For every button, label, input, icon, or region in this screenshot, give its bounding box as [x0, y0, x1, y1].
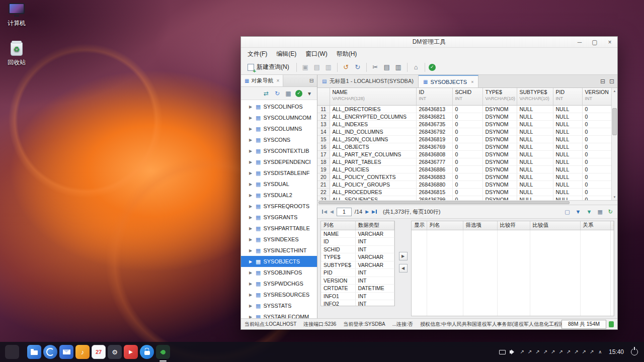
grid-cell[interactable]: NULL	[553, 128, 582, 135]
grid-cell[interactable]: 0	[452, 128, 482, 135]
column-header[interactable]: PIDINT	[553, 88, 582, 105]
grid-cell[interactable]: NULL	[517, 128, 553, 135]
cut-icon[interactable]: ✂	[370, 62, 380, 72]
columns-panel-row[interactable]: SCHIDINT	[321, 245, 394, 253]
grid-cell[interactable]: 268436821	[416, 113, 452, 120]
grid-cell[interactable]: NULL	[517, 105, 553, 113]
save-all-icon[interactable]: ▤	[312, 62, 322, 72]
tree-item[interactable]: ▶▦SYSPWDCHGS	[241, 278, 317, 289]
grid-cell[interactable]: NULL	[517, 188, 553, 196]
toggle-grid-icon[interactable]: ▢	[565, 209, 570, 215]
expand-icon[interactable]: ▶	[249, 259, 253, 264]
scroll-up-icon[interactable]: ▲	[612, 88, 617, 94]
expand-icon[interactable]: ▶	[249, 171, 253, 175]
grid-cell[interactable]: NULL	[553, 105, 582, 113]
prev-page-button[interactable]: ◀	[330, 210, 334, 214]
grid-cell[interactable]: 0	[582, 143, 612, 150]
menu-item[interactable]: 编辑(E)	[272, 50, 301, 58]
grid-cell[interactable]: 268436777	[416, 158, 452, 165]
grid-cell[interactable]: 0	[452, 113, 482, 120]
volume-icon[interactable]	[509, 349, 516, 355]
tree-item[interactable]: ▶▦SYSDEPENDENCI	[241, 156, 317, 167]
nav-view-grid-icon[interactable]: ▦	[284, 89, 292, 98]
grid-cell[interactable]: NULL	[517, 113, 553, 120]
menu-item[interactable]: 窗口(W)	[301, 50, 332, 58]
desktop-icon-computer[interactable]: 计算机	[1, 3, 33, 28]
page-number-input[interactable]	[337, 208, 352, 216]
grid-cell[interactable]: NULL	[553, 173, 582, 180]
panel-maximize-icon[interactable]: ⊡	[609, 78, 614, 85]
grid-cell[interactable]: NULL	[517, 180, 553, 188]
expand-icon[interactable]: ▶	[249, 182, 253, 187]
expand-icon[interactable]: ▶	[249, 270, 253, 275]
grid-cell[interactable]: NULL	[553, 113, 582, 120]
grid-cell[interactable]: NULL	[553, 143, 582, 150]
scrollbar-thumb[interactable]	[318, 201, 570, 204]
tree-item[interactable]: ▶▦SYSOBJECTS	[241, 256, 317, 267]
desktop-icon-recycle-bin[interactable]: ♻ 回收站	[1, 42, 33, 67]
new-query-button[interactable]: 新建查询(N)	[244, 61, 293, 73]
grid-cell[interactable]: DSYNOM	[482, 196, 517, 201]
grid-cell[interactable]: 268436769	[416, 143, 452, 150]
panel-minimize-icon[interactable]: ⊟	[306, 75, 317, 86]
tree-item[interactable]: ▶▦SYSTABLECOMM	[241, 311, 317, 318]
expand-icon[interactable]: ▶	[249, 293, 253, 297]
menu-item[interactable]: 帮助(H)	[332, 50, 362, 58]
grid-cell[interactable]: 268436815	[416, 188, 452, 196]
grid-cell[interactable]: NULL	[553, 180, 582, 188]
grid-cell[interactable]: 0	[582, 105, 612, 113]
taskbar-app-control-center[interactable]: ⚙	[108, 345, 122, 359]
expand-icon[interactable]: ▶	[249, 160, 253, 164]
tree-item[interactable]: ▶▦SYSDISTABLEINF	[241, 167, 317, 178]
grid-cell[interactable]: NULL	[553, 135, 582, 143]
grid-cell[interactable]: NULL	[517, 165, 553, 173]
grid-cell[interactable]: 0	[452, 173, 482, 180]
column-header[interactable]: NAMEVARCHAR(128)	[330, 88, 416, 105]
expand-icon[interactable]: ▶	[249, 226, 253, 231]
grid-cell[interactable]: 268436886	[416, 165, 452, 173]
export-icon[interactable]: ▦	[597, 209, 602, 215]
grid-cell[interactable]: ALL_SEQUENCES	[330, 196, 416, 201]
grid-cell[interactable]: NULL	[517, 150, 553, 158]
columns-panel-row[interactable]: CRTDATEDATETIME	[321, 285, 394, 293]
grid-cell[interactable]: ALL_POLICIES	[330, 165, 416, 173]
row-number[interactable]: 17	[317, 150, 330, 158]
taskbar-app-mail[interactable]	[59, 345, 73, 359]
scroll-down-icon[interactable]: ▼	[612, 194, 617, 200]
power-button[interactable]	[631, 348, 638, 355]
taskbar-app-launcher[interactable]	[5, 345, 19, 359]
grid-cell[interactable]: 0	[582, 158, 612, 165]
tree-item[interactable]: ▶▦SYSDUAL	[241, 178, 317, 190]
grid-cell[interactable]: ALL_PART_KEY_COLUMNS	[330, 150, 416, 158]
grid-cell[interactable]: NULL	[517, 120, 553, 128]
expand-icon[interactable]: ▶	[249, 138, 253, 142]
grid-cell[interactable]: NULL	[553, 165, 582, 173]
grid-cell[interactable]: NULL	[553, 196, 582, 201]
expand-icon[interactable]: ▶	[249, 204, 253, 209]
close-button[interactable]: ×	[602, 37, 617, 47]
first-page-button[interactable]: ◀	[322, 210, 327, 214]
taskbar-app-browser[interactable]	[43, 345, 57, 359]
grid-cell[interactable]: ALL_PART_TABLES	[330, 158, 416, 165]
grid-cell[interactable]: 268436883	[416, 173, 452, 180]
nav-sync-icon[interactable]: ⇄	[262, 89, 270, 98]
grid-cell[interactable]: ALL_IND_COLUMNS	[330, 128, 416, 135]
print-icon[interactable]: ▥	[324, 62, 334, 72]
grid-cell[interactable]: 0	[452, 180, 482, 188]
editor-tab[interactable]: ▤无标题1 - LOCALHOST(SYSDBA)	[317, 75, 419, 87]
grid-cell[interactable]: 0	[452, 143, 482, 150]
undo-icon[interactable]: ↺	[341, 62, 351, 72]
grid-cell[interactable]: DSYNOM	[482, 113, 517, 120]
grid-cell[interactable]: DSYNOM	[482, 143, 517, 150]
grid-cell[interactable]: 0	[582, 120, 612, 128]
row-number[interactable]: 12	[317, 113, 330, 120]
tree-item[interactable]: ▶▦SYSOBJINFOS	[241, 267, 317, 278]
row-number[interactable]: 23	[317, 196, 330, 201]
columns-panel-row[interactable]: INFO1INT	[321, 292, 394, 300]
grid-cell[interactable]: 268436808	[416, 150, 452, 158]
clock[interactable]: 15:40	[609, 348, 624, 355]
row-number[interactable]: 18	[317, 158, 330, 165]
tray-expand-icon[interactable]: ∧	[598, 350, 602, 354]
columns-panel-row[interactable]: INFO2INT	[321, 300, 394, 307]
add-filter-button[interactable]: ▶	[399, 252, 408, 260]
